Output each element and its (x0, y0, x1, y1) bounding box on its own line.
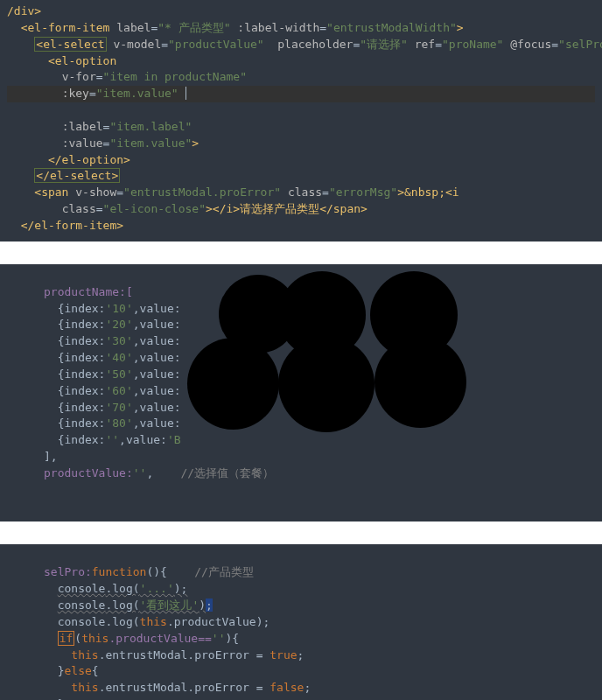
code-text: ></i>请选择产品类型</span> (206, 202, 368, 215)
code-text: </el-form-item> (21, 219, 123, 232)
code-str: "entrustModalWidth" (326, 21, 457, 34)
code-text: <el-option (48, 54, 116, 67)
code-block-1[interactable]: /div> <el-form-item label="* 产品类型" :labe… (0, 0, 602, 242)
code-str: "entrustModal.proError" (123, 186, 281, 199)
code-attr: class (62, 202, 96, 215)
code-block-2[interactable]: productName:[ {index:'10',value: {index:… (0, 264, 602, 522)
code-str: "item.value" (109, 136, 192, 150)
code-text: <el-select (36, 38, 104, 51)
code-str: "* 产品类型" (158, 21, 230, 34)
code-str: "selPro" (558, 38, 602, 51)
code-str: "proName" (442, 38, 503, 51)
code-text: >&nbsp;<i (397, 186, 458, 199)
code-attr: @focus (510, 38, 551, 51)
code-str: "item.label" (109, 120, 192, 133)
redaction-overlay (182, 273, 480, 448)
code-attr: placeholder (277, 38, 353, 51)
code-str: "item.value" (96, 87, 178, 100)
code-attr: v-show (75, 186, 116, 199)
code-attr: v-model (113, 38, 161, 51)
code-str: "el-icon-close" (103, 202, 206, 215)
code-str: "请选择" (360, 38, 408, 51)
code-text: </el-select> (36, 169, 118, 182)
code-block-3[interactable]: selPro:function(){ //产品类型 console.log('.… (0, 544, 602, 700)
code-text: /div> (7, 4, 41, 18)
code-str: "productValue" (168, 38, 264, 51)
code-attr: label (116, 21, 150, 34)
code-str: "item in productName" (103, 70, 247, 83)
code-attr: :label-width (237, 21, 319, 34)
code-attr: :key (62, 87, 89, 100)
code-attr: v-for (62, 70, 96, 83)
code-attr: ref (415, 38, 435, 51)
code-text: </el-option> (48, 153, 130, 166)
code-attr: :value (62, 136, 103, 150)
code-attr: :label (62, 120, 103, 133)
code-text: <span (34, 186, 68, 199)
code-attr: class (288, 186, 322, 199)
code-prop: productName:[ (44, 285, 133, 298)
code-text: <el-form-item (21, 21, 110, 34)
code-str: "errorMsg" (329, 186, 397, 199)
